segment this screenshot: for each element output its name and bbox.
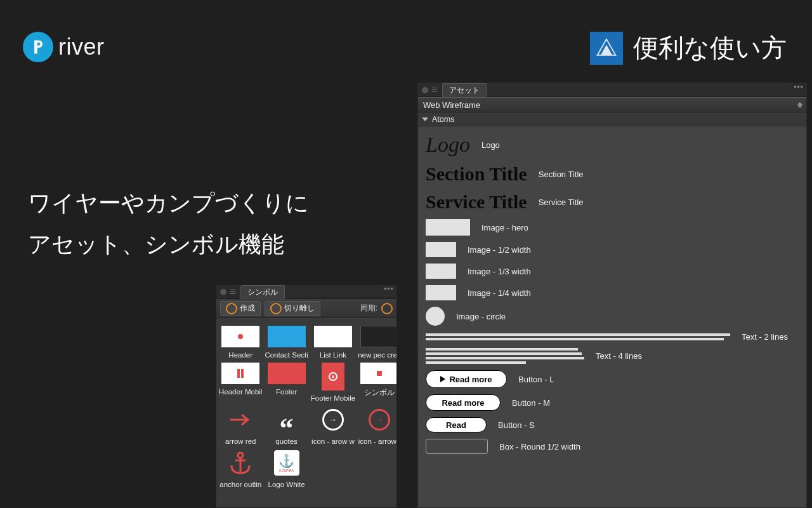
button-m-preview: Read more <box>426 394 501 411</box>
contact-thumb <box>268 326 306 347</box>
symbol-label: Logo White <box>265 481 308 488</box>
close-icon[interactable] <box>422 87 428 93</box>
button-l-text: Read more <box>449 375 492 384</box>
create-label: 作成 <box>240 303 255 314</box>
asset-item-button-s[interactable]: Read Button - S <box>426 417 799 432</box>
text-2-lines-preview <box>426 333 730 340</box>
footer-mobile-thumb: ¥ <box>322 363 344 391</box>
symbol-item[interactable]: ⚓KONPIRA Logo White <box>265 446 308 488</box>
asset-item-button-l[interactable]: Read more Button - L <box>426 370 799 388</box>
headline-line-2: アセット、シンボル機能 <box>28 224 309 265</box>
asset-item-image-third[interactable]: Image - 1/3 width <box>426 264 799 279</box>
symbol-label: icon - arow w <box>311 438 355 445</box>
symbols-panel: シンボル 作成 切り離し 同期: Header Contact Secti Li… <box>216 284 397 508</box>
symbol-item[interactable]: → icon - arrow r <box>358 403 397 445</box>
symbol-label: anchor outlin <box>219 481 262 488</box>
footer-thumb <box>268 363 306 384</box>
symbol-item[interactable]: → icon - arow w <box>311 403 355 445</box>
asset-item-image-hero[interactable]: Image - hero <box>426 219 799 236</box>
panel-menu-icon[interactable] <box>794 86 802 88</box>
headline-line-1: ワイヤーやカンプづくりに <box>28 183 309 224</box>
detach-symbol-button[interactable]: 切り離し <box>265 301 320 316</box>
assets-list: Logo Logo Section Title Section Title Se… <box>418 126 806 467</box>
affinity-app-icon <box>590 32 623 65</box>
assets-library-name: Web Wireframe <box>423 100 480 110</box>
symbol-item[interactable]: Footer <box>265 360 308 402</box>
symbols-panel-tabbar: シンボル <box>216 285 396 299</box>
asset-label: Section Title <box>539 170 584 179</box>
stepper-icon <box>797 102 802 108</box>
asset-label: Image - 1/3 width <box>468 267 531 276</box>
symbol-item[interactable]: “ quotes <box>265 403 308 445</box>
header-right: 便利な使い方 <box>590 30 787 65</box>
asset-label: Text - 2 lines <box>742 332 788 342</box>
svg-point-3 <box>238 453 243 458</box>
header-thumb <box>221 326 259 347</box>
disclosure-triangle-icon <box>422 117 428 121</box>
create-symbol-button[interactable]: 作成 <box>220 301 261 316</box>
symbol-item[interactable]: Contact Secti <box>265 323 308 359</box>
symbol-label: Header Mobil <box>219 388 262 396</box>
asset-item-section-title[interactable]: Section Title Section Title <box>426 163 799 185</box>
symbol-label: シンボル <box>358 388 397 398</box>
symbol-item[interactable]: Header Mobil <box>219 360 262 402</box>
asset-item-button-m[interactable]: Read more Button - M <box>426 394 799 411</box>
brand-logo-icon <box>23 32 53 62</box>
asset-item-box-round[interactable]: Box - Round 1/2 width <box>426 439 799 454</box>
image-hero-preview <box>426 219 470 236</box>
image-half-preview <box>426 242 456 257</box>
detach-label: 切り離し <box>284 303 315 314</box>
header-right-title: 便利な使い方 <box>633 30 787 65</box>
asset-item-service-title[interactable]: Service Title Service Title <box>426 191 799 213</box>
asset-item-text-2-lines[interactable]: Text - 2 lines <box>426 332 799 342</box>
asset-item-image-circle[interactable]: Image - circle <box>426 307 799 326</box>
asset-item-text-4-lines[interactable]: Text - 4 lines <box>426 348 799 364</box>
assets-library-selector[interactable]: Web Wireframe <box>418 97 806 112</box>
asset-label: Image - circle <box>456 312 506 321</box>
symbol-item[interactable]: new pec cred <box>358 323 397 359</box>
asset-item-logo[interactable]: Logo Logo <box>426 133 799 157</box>
symbol-item[interactable]: Header <box>219 323 262 359</box>
symbol-item[interactable]: ¥ Footer Mobile <box>311 360 355 402</box>
panel-menu-icon[interactable] <box>384 288 393 290</box>
symbol-item[interactable]: anchor outlin <box>219 446 262 488</box>
symbol-item[interactable]: arrow red <box>219 403 262 445</box>
anchor-icon <box>221 449 259 477</box>
sync-toggle-icon[interactable] <box>381 303 393 314</box>
assets-tab[interactable]: アセット <box>442 83 487 97</box>
quotes-icon: “ <box>268 406 306 434</box>
asset-label: Image - 1/4 width <box>468 288 531 298</box>
asset-label: Text - 4 lines <box>596 351 642 361</box>
credit-thumb <box>360 326 397 347</box>
asset-label: Button - L <box>518 375 554 384</box>
arrow-red-icon <box>221 406 259 434</box>
symbols-tab[interactable]: シンボル <box>240 285 285 299</box>
symbol-item[interactable]: シンボル <box>358 360 397 402</box>
section-title-preview: Section Title <box>426 163 527 185</box>
assets-panel: アセット Web Wireframe Atoms Logo Logo Secti… <box>417 83 807 508</box>
symbol-thumb <box>360 363 397 384</box>
button-s-text: Read <box>446 420 466 430</box>
asset-item-image-quarter[interactable]: Image - 1/4 width <box>426 285 799 300</box>
asset-item-image-half[interactable]: Image - 1/2 width <box>426 242 799 257</box>
symbol-label: icon - arrow r <box>358 438 397 445</box>
headline: ワイヤーやカンプづくりに アセット、シンボル機能 <box>28 183 309 265</box>
listlink-thumb <box>314 326 352 347</box>
text-4-lines-preview <box>426 348 584 364</box>
detach-icon <box>270 303 282 314</box>
symbol-label: List Link <box>311 351 355 359</box>
logo-white-thumb: ⚓KONPIRA <box>268 449 306 477</box>
button-l-preview: Read more <box>426 370 507 388</box>
symbol-item[interactable]: List Link <box>311 323 355 359</box>
arrow-circle-white-icon: → <box>314 406 352 434</box>
assets-panel-tabbar: アセット <box>418 83 806 97</box>
close-icon[interactable] <box>220 289 226 295</box>
panel-drag-icon[interactable] <box>432 88 437 92</box>
symbol-label: Contact Secti <box>265 351 308 359</box>
assets-group-header[interactable]: Atoms <box>418 112 806 126</box>
arrow-circle-red-icon: → <box>360 406 397 434</box>
panel-drag-icon[interactable] <box>230 290 235 294</box>
header-mobile-thumb <box>221 363 259 384</box>
symbol-label: arrow red <box>219 438 262 445</box>
image-quarter-preview <box>426 285 456 300</box>
